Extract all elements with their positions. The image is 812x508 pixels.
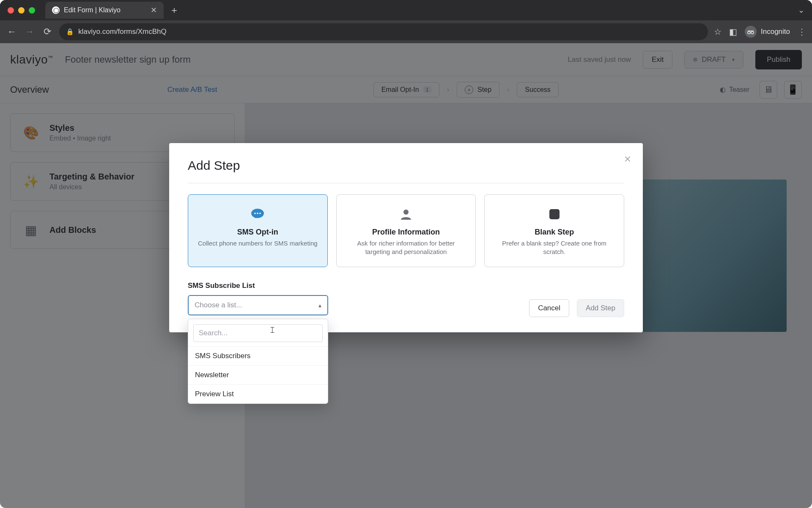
window-minimize-button[interactable] bbox=[18, 7, 25, 14]
svg-point-3 bbox=[255, 213, 256, 214]
svg-rect-7 bbox=[549, 209, 560, 219]
tab-overflow-icon[interactable]: ⌄ bbox=[798, 6, 804, 15]
address-bar: ← → ⟳ 🔒 klaviyo.com/forms/XmcBhQ ☆ ◧ Inc… bbox=[0, 20, 812, 43]
url-text: klaviyo.com/forms/XmcBhQ bbox=[78, 28, 167, 36]
card-sms-optin[interactable]: SMS Opt-in Collect phone numbers for SMS… bbox=[188, 194, 328, 267]
card-title: Profile Information bbox=[344, 228, 468, 237]
kebab-menu-icon[interactable]: ⋮ bbox=[798, 27, 806, 37]
dropdown-option-newsletter[interactable]: Newsletter bbox=[188, 365, 328, 384]
dropdown-option-preview-list[interactable]: Preview List bbox=[188, 384, 328, 403]
window-close-button[interactable] bbox=[8, 7, 14, 14]
window-zoom-button[interactable] bbox=[29, 7, 35, 14]
bookmark-icon[interactable]: ☆ bbox=[714, 27, 721, 37]
modal-actions: Cancel Add Step bbox=[529, 299, 624, 317]
select-placeholder: Choose a list... bbox=[195, 301, 242, 309]
add-step-button[interactable]: Add Step bbox=[577, 299, 624, 317]
back-button[interactable]: ← bbox=[6, 26, 18, 37]
tab-close-icon[interactable]: ✕ bbox=[151, 6, 157, 15]
cancel-button[interactable]: Cancel bbox=[529, 299, 569, 317]
reload-button[interactable]: ⟳ bbox=[41, 26, 53, 37]
browser-window: ◯ Edit Form | Klaviyo ✕ ＋ ⌄ ← → ⟳ 🔒 klav… bbox=[0, 0, 812, 508]
card-profile-info[interactable]: Profile Information Ask for richer infor… bbox=[336, 194, 476, 267]
card-desc: Ask for richer information for better ta… bbox=[344, 239, 468, 257]
svg-point-6 bbox=[403, 210, 409, 215]
sms-list-dropdown: 𝙸 SMS Subscribers Newsletter Preview Lis… bbox=[188, 319, 328, 404]
blank-square-icon bbox=[492, 205, 616, 224]
incognito-label: Incognito bbox=[761, 28, 790, 36]
dropdown-search: 𝙸 bbox=[193, 324, 323, 342]
forward-button[interactable]: → bbox=[24, 26, 36, 37]
incognito-indicator: Incognito bbox=[745, 26, 790, 38]
chevron-up-icon: ▴ bbox=[318, 302, 321, 309]
app-viewport: klaviyo™ Footer newsletter sign up form … bbox=[0, 43, 812, 508]
person-icon bbox=[344, 205, 468, 224]
sms-list-label: SMS Subscribe List bbox=[188, 282, 624, 290]
tab-favicon: ◯ bbox=[52, 6, 60, 14]
card-title: SMS Opt-in bbox=[196, 228, 320, 237]
url-field[interactable]: 🔒 klaviyo.com/forms/XmcBhQ bbox=[59, 23, 708, 40]
divider bbox=[188, 183, 624, 183]
new-tab-button[interactable]: ＋ bbox=[170, 4, 179, 17]
modal-title: Add Step bbox=[188, 158, 624, 173]
step-type-cards: SMS Opt-in Collect phone numbers for SMS… bbox=[188, 194, 624, 267]
tab-title: Edit Form | Klaviyo bbox=[64, 6, 121, 14]
lock-icon: 🔒 bbox=[66, 28, 74, 36]
card-desc: Collect phone numbers for SMS marketing bbox=[196, 239, 320, 248]
modal-close-button[interactable]: × bbox=[624, 152, 631, 166]
extensions-icon[interactable]: ◧ bbox=[729, 27, 737, 37]
browser-tab[interactable]: ◯ Edit Form | Klaviyo ✕ bbox=[45, 2, 164, 19]
dropdown-option-sms-subscribers[interactable]: SMS Subscribers bbox=[188, 346, 328, 365]
sms-list-select-wrap: Choose a list... ▴ 𝙸 SMS Subscribers New… bbox=[188, 295, 328, 315]
svg-point-0 bbox=[748, 31, 750, 34]
sms-list-select[interactable]: Choose a list... ▴ bbox=[188, 295, 328, 315]
svg-point-4 bbox=[257, 213, 259, 214]
svg-point-5 bbox=[260, 213, 261, 214]
card-title: Blank Step bbox=[492, 228, 616, 237]
titlebar: ◯ Edit Form | Klaviyo ✕ ＋ ⌄ bbox=[0, 0, 812, 20]
card-blank-step[interactable]: Blank Step Prefer a blank step? Create o… bbox=[484, 194, 624, 267]
dropdown-search-input[interactable] bbox=[193, 324, 323, 342]
sms-bubble-icon bbox=[196, 205, 320, 224]
add-step-modal: × Add Step SMS Opt-in Collect phone numb… bbox=[169, 143, 643, 332]
svg-point-1 bbox=[751, 31, 754, 34]
incognito-icon bbox=[745, 26, 757, 38]
card-desc: Prefer a blank step? Create one from scr… bbox=[492, 239, 616, 257]
traffic-lights bbox=[8, 7, 35, 14]
